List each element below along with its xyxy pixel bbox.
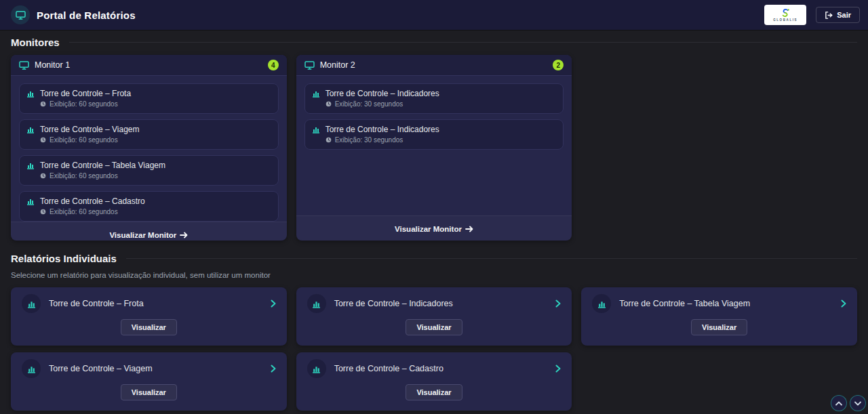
report-title: Torre de Controle – Cadastro (40, 196, 145, 206)
main-content: Monitores Monitor 1 4 Torre de Controle … (0, 30, 868, 411)
monitor-report-item: Torre de Controle – Frota Exibição: 60 s… (19, 83, 279, 114)
monitor-icon (304, 61, 315, 70)
report-duration: Exibição: 30 segundos (335, 136, 403, 144)
chevron-right-icon (271, 299, 276, 308)
view-monitor-label: Visualizar Monitor (395, 225, 462, 233)
individual-report-card[interactable]: Torre de Controle – Indicadores Visualiz… (296, 287, 572, 346)
bar-chart-icon (22, 294, 41, 313)
monitor-card: Monitor 1 4 Torre de Controle – Frota Ex… (11, 55, 287, 241)
topbar: Portal de Relatórios GLOBALIS Sair (0, 0, 868, 30)
bar-chart-icon (307, 359, 326, 378)
chevron-right-icon (271, 365, 276, 373)
individual-report-card[interactable]: Torre de Controle – Frota Visualizar (11, 287, 287, 346)
chevron-down-icon (854, 401, 861, 406)
logo-text: GLOBALIS (773, 18, 797, 22)
clock-icon (326, 137, 332, 143)
report-duration: Exibição: 60 segundos (50, 172, 118, 180)
visualizar-button[interactable]: Visualizar (691, 319, 747, 335)
scroll-up-button[interactable] (831, 395, 847, 411)
monitor-badge: 2 (553, 60, 564, 70)
logo-s-icon (780, 8, 791, 18)
section-divider (126, 258, 857, 259)
monitor-card: Monitor 2 2 Torre de Controle – Indicado… (296, 55, 572, 241)
monitor-name: Monitor 2 (320, 60, 548, 70)
visualizar-button[interactable]: Visualizar (121, 384, 177, 400)
bar-chart-icon (592, 294, 611, 313)
company-logo: GLOBALIS (764, 5, 806, 25)
individual-report-title: Torre de Controle – Viagem (49, 364, 262, 373)
individual-grid: Torre de Controle – Frota Visualizar Tor… (11, 287, 857, 411)
logout-button[interactable]: Sair (816, 7, 860, 23)
report-title: Torre de Controle – Viagem (40, 125, 140, 134)
monitor-report-item: Torre de Controle – Viagem Exibição: 60 … (19, 119, 279, 150)
individual-report-card[interactable]: Torre de Controle – Tabela Viagem Visual… (581, 287, 857, 346)
bar-chart-icon (22, 359, 41, 378)
report-title: Torre de Controle – Frota (40, 89, 131, 98)
monitors-section-title: Monitores (11, 37, 60, 48)
monitor-icon (11, 5, 30, 24)
monitor-report-item: Torre de Controle – Tabela Viagem Exibiç… (19, 155, 279, 186)
individual-report-title: Torre de Controle – Frota (49, 299, 262, 308)
monitors-grid: Monitor 1 4 Torre de Controle – Frota Ex… (11, 55, 857, 241)
bar-chart-icon (26, 125, 35, 133)
section-divider (69, 42, 857, 43)
monitor-footer: Visualizar Monitor (11, 222, 287, 241)
monitor-report-item: Torre de Controle – Indicadores Exibição… (304, 119, 564, 150)
chevron-right-icon (555, 365, 561, 373)
page-title: Portal de Relatórios (37, 9, 136, 21)
chevron-right-icon (841, 299, 846, 308)
chevron-up-icon (835, 401, 842, 406)
monitor-report-item: Torre de Controle – Cadastro Exibição: 6… (19, 191, 279, 222)
monitor-name: Monitor 1 (35, 60, 262, 70)
scroll-down-button[interactable] (850, 395, 866, 411)
individual-section-title: Relatórios Individuais (11, 253, 117, 264)
monitor-footer: Visualizar Monitor (296, 215, 572, 241)
visualizar-button[interactable]: Visualizar (406, 384, 462, 400)
monitor-report-list: Torre de Controle – Frota Exibição: 60 s… (11, 76, 287, 222)
scroll-buttons (831, 395, 866, 411)
individual-report-card[interactable]: Torre de Controle – Viagem Visualizar (11, 352, 287, 411)
individual-report-card[interactable]: Torre de Controle – Cadastro Visualizar (296, 352, 572, 411)
clock-icon (40, 173, 46, 179)
individual-report-title: Torre de Controle – Indicadores (334, 299, 548, 308)
report-title: Torre de Controle – Indicadores (326, 89, 439, 98)
bar-chart-icon (312, 89, 320, 98)
report-duration: Exibição: 60 segundos (50, 136, 118, 144)
clock-icon (40, 209, 46, 215)
arrow-right-icon (180, 232, 188, 239)
chevron-right-icon (555, 299, 561, 308)
monitor-card-header: Monitor 1 4 (11, 55, 287, 76)
monitor-badge: 4 (268, 60, 279, 70)
bar-chart-icon (312, 125, 320, 133)
report-duration: Exibição: 60 segundos (50, 208, 118, 215)
clock-icon (40, 137, 46, 143)
view-monitor-link[interactable]: Visualizar Monitor (395, 225, 473, 233)
logout-icon (825, 12, 833, 19)
bar-chart-icon (26, 89, 35, 98)
report-duration: Exibição: 60 segundos (50, 100, 118, 108)
view-monitor-label: Visualizar Monitor (109, 231, 176, 239)
report-title: Torre de Controle – Indicadores (326, 125, 439, 134)
monitor-card-header: Monitor 2 2 (296, 55, 572, 76)
visualizar-button[interactable]: Visualizar (121, 319, 177, 335)
individual-report-title: Torre de Controle – Cadastro (334, 364, 548, 373)
bar-chart-icon (307, 294, 326, 313)
individual-report-title: Torre de Controle – Tabela Viagem (619, 299, 833, 308)
bar-chart-icon (26, 197, 35, 205)
clock-icon (40, 101, 46, 107)
view-monitor-link[interactable]: Visualizar Monitor (109, 231, 188, 239)
monitor-report-list: Torre de Controle – Indicadores Exibição… (296, 76, 572, 215)
individual-section-subtitle: Selecione um relatório para visualização… (11, 271, 857, 279)
arrow-right-icon (465, 226, 473, 232)
report-title: Torre de Controle – Tabela Viagem (40, 161, 165, 170)
bar-chart-icon (26, 161, 35, 169)
monitor-icon (19, 61, 29, 70)
clock-icon (326, 101, 332, 107)
report-duration: Exibição: 30 segundos (335, 100, 403, 108)
visualizar-button[interactable]: Visualizar (406, 319, 462, 335)
logout-label: Sair (837, 11, 851, 19)
monitor-report-item: Torre de Controle – Indicadores Exibição… (304, 83, 564, 114)
